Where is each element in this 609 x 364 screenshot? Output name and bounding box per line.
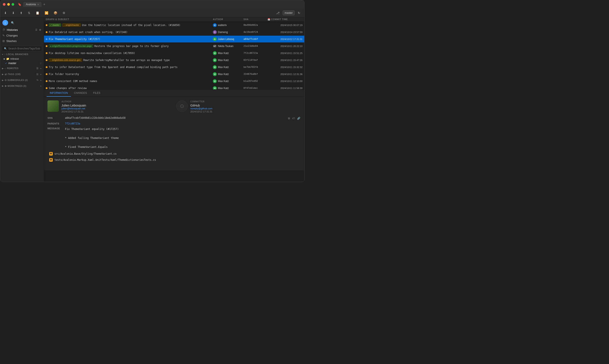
histories-filter-btn[interactable]: ⊞ — [39, 28, 41, 32]
commit-row[interactable]: Fix DataGrid native aot crash when sorti… — [44, 29, 304, 36]
minimize-button[interactable] — [7, 3, 10, 6]
fetch-button[interactable]: ⬇ — [3, 10, 8, 15]
message-row: MESSAGE Fix ThemeVariant equality (#1725… — [48, 127, 301, 149]
home-button[interactable]: ⌂ — [2, 20, 8, 26]
file-status-icon: M — [49, 152, 53, 156]
content-area: GRAPH & SUBJECT AUTHOR SHA 📅 COMMIT TIME… — [44, 17, 304, 182]
sidebar-item-histories[interactable]: ⏱ Histories ☰ ⊞ — [0, 27, 44, 33]
remotes-chevron: ▶ — [2, 67, 4, 70]
commit-author-name: Max Katz — [218, 73, 229, 76]
commit-subject: Use the himetric location instead of the… — [82, 24, 181, 27]
author-photo — [48, 100, 59, 112]
close-button[interactable] — [3, 3, 5, 6]
commit-row[interactable]: Try to infer DataContext type from the $… — [44, 64, 304, 71]
link-sha-button[interactable]: 🔗 — [297, 116, 301, 120]
commit-row[interactable]: More consistent COM method names M Max K… — [44, 78, 304, 85]
branch-selector[interactable]: master — [283, 11, 295, 15]
remotes-header[interactable]: ▶ ○ REMOTES ☰ + — [0, 65, 44, 71]
commit-time: 2024/10/11 12:10:00 — [268, 80, 302, 82]
tab-changes[interactable]: CHANGES — [71, 90, 90, 97]
commit-row[interactable]: Some changes after review M Max Katz 8f4… — [44, 85, 304, 90]
refresh-button[interactable]: ↻ — [297, 10, 302, 15]
worktrees-action1[interactable]: + — [40, 84, 42, 88]
git-flow-button[interactable]: ⎇ — [275, 10, 281, 15]
release-folder-label: release — [10, 57, 19, 60]
file-entry[interactable]: M tests/Avalonia.Markup.Xaml.UnitTests/X… — [48, 157, 301, 163]
commit-graph-subject: Fix folder hierarchy — [46, 73, 213, 76]
header-graph-subject: GRAPH & SUBJECT — [46, 18, 213, 21]
flow-button[interactable]: 🔀 — [43, 10, 50, 15]
commit-graph-subject: ○ origin/new-com-source-gen Rewrite Safe… — [46, 58, 213, 62]
tags-action2[interactable]: + — [40, 72, 42, 76]
new-tab-button[interactable]: + — [43, 2, 45, 6]
graph-dot — [46, 59, 48, 61]
commit-time: 2024/10/11 20:22:10 — [268, 45, 302, 48]
commit-row[interactable]: ○ origin/new-com-source-gen Rewrite Safe… — [44, 57, 304, 64]
commit-time: 2024/10/14 23:57:59 — [268, 31, 302, 33]
stash-button[interactable]: 📋 — [34, 10, 41, 15]
file-list: M src/Avalonia.Base/Styling/ThemeVariant… — [48, 151, 301, 163]
author-avatar-small: M — [213, 51, 217, 55]
commit-author-cell: NT Nikita Tsukan — [213, 44, 244, 48]
submodules-label: SUBMODULES (2) — [7, 79, 28, 81]
branch-search-box[interactable]: 🔍 — [2, 46, 42, 51]
worktrees-header[interactable]: ▶ ⊕ WORKTREES (0) + — [0, 83, 44, 89]
commit-row[interactable]: Fix folder hierarchy M Max Katz 334876a0… — [44, 71, 304, 78]
file-entry[interactable]: M src/Avalonia.Base/Styling/ThemeVariant… — [48, 151, 301, 157]
tab-information[interactable]: INFORMATION — [47, 90, 71, 97]
detail-tabs: INFORMATION CHANGES FILES — [44, 90, 304, 97]
graph-dot — [46, 80, 48, 82]
commit-row[interactable]: Fix desktop lifetime non-mainwindow canc… — [44, 50, 304, 57]
submodules-button[interactable]: 📦 — [52, 10, 59, 15]
submodules-header[interactable]: ▶ ⊙ SUBMODULES (2) ↻ + — [0, 77, 44, 83]
sidebar-item-stashes[interactable]: ⊞ Stashes — [0, 38, 44, 44]
author-avatar-small: M — [213, 58, 217, 62]
sha-value: a04af7cebf3d49b81c228cbb6c18eb2e860ada58 — [65, 116, 286, 119]
tab-files[interactable]: FILES — [90, 90, 103, 97]
push-button[interactable]: ⬆ — [19, 10, 24, 15]
sha-label: SHA — [48, 116, 65, 119]
tags-action1[interactable]: ☰ — [36, 72, 39, 76]
pull-button[interactable]: ⬇ — [11, 10, 16, 15]
parent-sha-link[interactable]: 7f2cd0723a — [65, 122, 301, 125]
histories-list-view-btn[interactable]: ☰ — [35, 28, 38, 32]
tab-label: Avalonia — [26, 3, 36, 6]
search-sidebar-button[interactable]: 🔍 — [10, 21, 15, 25]
committer-section-label: COMMITTER — [190, 100, 301, 103]
commit-row[interactable]: ✓ master○ origin/master Use the himetric… — [44, 22, 304, 29]
committer-email-display: noreply@github.com — [190, 107, 301, 110]
submodules-action1[interactable]: ↻ — [36, 78, 39, 82]
commit-subject: Fix ThemeVariant equality (#17257) — [49, 38, 100, 41]
copy-sha-button[interactable]: ⊞ — [287, 116, 290, 120]
remotes-action2[interactable]: + — [40, 66, 42, 70]
commit-subject: Fix folder hierarchy — [49, 73, 79, 76]
settings-button[interactable]: ⚙ — [61, 10, 67, 15]
commit-author-cell: M Max Katz — [213, 51, 244, 55]
local-branches-header[interactable]: ▾ □ LOCAL BRANCHES — [0, 52, 44, 57]
commit-sha: 21e23d8e04 — [244, 45, 268, 48]
tab-bar: Avalonia ✕ + — [23, 2, 45, 7]
branch-folder-release[interactable]: ▶ 📁 release — [0, 57, 44, 61]
author-section-label: AUTHOR — [62, 100, 172, 103]
branch-tag: ○ origin/master — [62, 23, 81, 27]
remotes-action1[interactable]: ☰ — [36, 66, 39, 70]
tab-close-icon[interactable]: ✕ — [37, 3, 39, 6]
branch-search-input[interactable] — [8, 47, 40, 50]
tab-avalonia[interactable]: Avalonia ✕ — [23, 2, 41, 7]
author-photo-inner — [48, 100, 59, 112]
branch-item-master[interactable]: ✓ master ▽ — [0, 61, 44, 65]
commit-row[interactable]: ● origin/fixes/restore-progress-bar-page… — [44, 43, 304, 50]
sync-button[interactable]: ⇅ — [26, 10, 32, 15]
tags-header[interactable]: ▶ 🏷 TAGS (130) ☰ + — [0, 71, 44, 77]
detail-columns: AUTHOR Julien Lebosquain julien@lebosqua… — [48, 100, 301, 113]
commit-row[interactable]: Fix ThemeVariant equality (#17257) JL Ju… — [44, 36, 304, 43]
sidebar-item-changes[interactable]: ✎ Changes — [0, 33, 44, 38]
author-info: AUTHOR Julien Lebosquain julien@lebosqua… — [62, 100, 172, 113]
submodules-action2[interactable]: + — [40, 78, 42, 82]
author-avatar-small: M — [213, 86, 217, 90]
maximize-button[interactable] — [12, 3, 14, 6]
toolbar-left: ⬇ ⬇ ⬆ ⇅ 📋 🔀 📦 ⚙ — [3, 10, 67, 15]
create-tag-button[interactable]: 🏷 — [292, 116, 295, 120]
folder-icon: 📁 — [6, 57, 9, 60]
changes-label: Changes — [6, 34, 18, 37]
